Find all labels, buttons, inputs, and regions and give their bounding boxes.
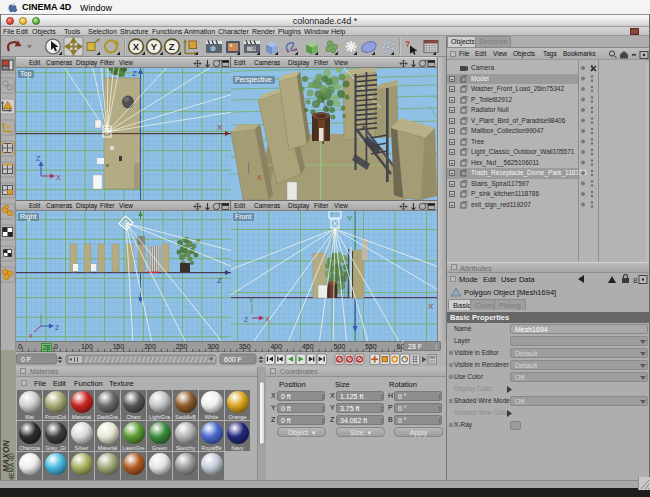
svg-text:Y: Y (249, 297, 254, 304)
svg-text:x: x (29, 332, 33, 339)
svg-text:?: ? (405, 39, 410, 49)
svg-text:Y: Y (347, 214, 353, 223)
svg-text:Z: Z (132, 69, 137, 78)
svg-text:8: 8 (633, 276, 638, 285)
svg-text:600 F: 600 F (224, 356, 242, 363)
svg-text:Z: Z (217, 276, 222, 285)
svg-text:X: X (265, 316, 270, 323)
svg-text:X: X (56, 174, 61, 181)
svg-text:Z: Z (36, 155, 41, 162)
svg-text:X: X (257, 174, 262, 181)
svg-text:Y: Y (151, 41, 158, 52)
svg-text:Z: Z (244, 316, 249, 323)
svg-text:Z: Z (169, 41, 175, 52)
svg-text:X: X (428, 302, 434, 311)
svg-text:X: X (133, 41, 140, 52)
svg-text:X: X (217, 123, 223, 132)
svg-text:0 F: 0 F (21, 356, 31, 363)
svg-text:Z: Z (55, 324, 60, 331)
